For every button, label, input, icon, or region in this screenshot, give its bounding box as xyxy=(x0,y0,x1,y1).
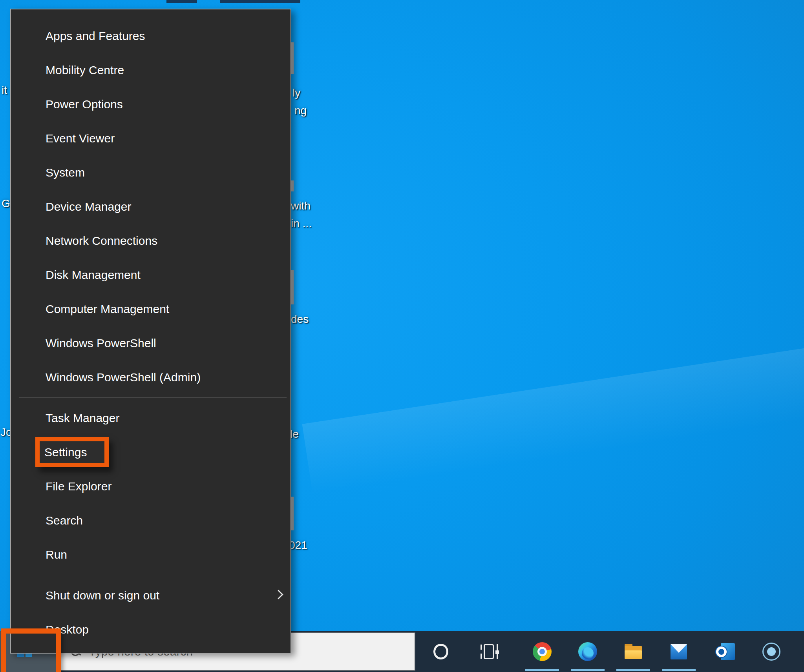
menu-divider xyxy=(19,575,287,575)
menu-item-network-connections[interactable]: Network Connections xyxy=(11,224,291,258)
wallpaper-light-beam xyxy=(302,330,804,525)
cortana-icon[interactable] xyxy=(431,642,450,661)
menu-item-system[interactable]: System xyxy=(11,155,291,189)
winx-menu: Apps and Features Mobility Centre Power … xyxy=(10,9,291,654)
menu-item-label: Shut down or sign out xyxy=(46,589,159,602)
task-view-glyph xyxy=(481,654,482,659)
desktop-screen: it G Jo ly ng with in ... des le 021 Typ… xyxy=(0,0,804,672)
menu-item-search[interactable]: Search xyxy=(11,503,291,537)
desktop-label-fragment: 021 xyxy=(289,539,307,552)
menu-item-apps-and-features[interactable]: Apps and Features xyxy=(11,19,291,53)
menu-item-shut-down-or-sign-out[interactable]: Shut down or sign out xyxy=(11,578,291,612)
desktop-label-fragment: ly xyxy=(292,87,300,99)
cutoff-desktop-label-fragment xyxy=(166,0,197,3)
chrome-glyph xyxy=(537,647,547,656)
cutoff-desktop-label-fragment xyxy=(220,0,300,3)
desktop-label-fragment: le xyxy=(290,428,299,441)
chevron-right-icon xyxy=(274,590,283,599)
edge-icon[interactable] xyxy=(578,642,597,661)
desktop-label-fragment: G xyxy=(2,197,10,210)
chrome-icon[interactable] xyxy=(533,642,552,661)
menu-item-device-manager[interactable]: Device Manager xyxy=(11,189,291,224)
task-view-icon[interactable] xyxy=(480,642,499,661)
menu-item-settings[interactable]: Settings xyxy=(11,435,291,469)
running-indicator xyxy=(571,669,605,671)
outlook-glyph xyxy=(716,647,727,657)
menu-item-label: Settings xyxy=(44,446,87,459)
desktop-label-fragment: ng xyxy=(294,104,307,117)
menu-item-file-explorer[interactable]: File Explorer xyxy=(11,469,291,503)
envelope-glyph xyxy=(671,644,687,653)
cortana-ring-glyph xyxy=(433,644,448,659)
mail-icon[interactable] xyxy=(669,642,688,661)
menu-item-mobility-centre[interactable]: Mobility Centre xyxy=(11,53,291,87)
folder-glyph xyxy=(625,650,642,659)
edge-glyph xyxy=(582,647,594,659)
task-view-glyph xyxy=(495,650,499,654)
menu-item-power-options[interactable]: Power Options xyxy=(11,87,291,121)
menu-item-event-viewer[interactable]: Event Viewer xyxy=(11,121,291,155)
task-view-glyph xyxy=(484,644,494,659)
running-indicator xyxy=(662,669,696,671)
running-indicator xyxy=(616,669,650,671)
task-view-glyph xyxy=(481,645,482,650)
menu-item-run[interactable]: Run xyxy=(11,537,291,572)
record-dot-glyph xyxy=(767,647,776,656)
settings-highlight-annotation: Settings xyxy=(35,437,109,467)
menu-item-disk-management[interactable]: Disk Management xyxy=(11,258,291,292)
screen-record-icon[interactable] xyxy=(762,642,781,661)
menu-item-windows-powershell[interactable]: Windows PowerShell xyxy=(11,326,291,360)
desktop-label-fragment: with xyxy=(291,200,311,212)
desktop-label-fragment: in ... xyxy=(291,217,312,230)
menu-divider xyxy=(19,397,287,398)
outlook-icon[interactable] xyxy=(716,642,735,661)
running-indicator xyxy=(525,669,559,671)
menu-item-computer-management[interactable]: Computer Management xyxy=(11,292,291,326)
desktop-label-fragment: des xyxy=(291,313,309,326)
start-button-highlight-annotation xyxy=(1,628,61,672)
menu-item-windows-powershell-admin[interactable]: Windows PowerShell (Admin) xyxy=(11,360,291,394)
file-explorer-icon[interactable] xyxy=(624,642,643,661)
desktop-label-fragment: it xyxy=(2,84,7,97)
menu-item-task-manager[interactable]: Task Manager xyxy=(11,401,291,435)
